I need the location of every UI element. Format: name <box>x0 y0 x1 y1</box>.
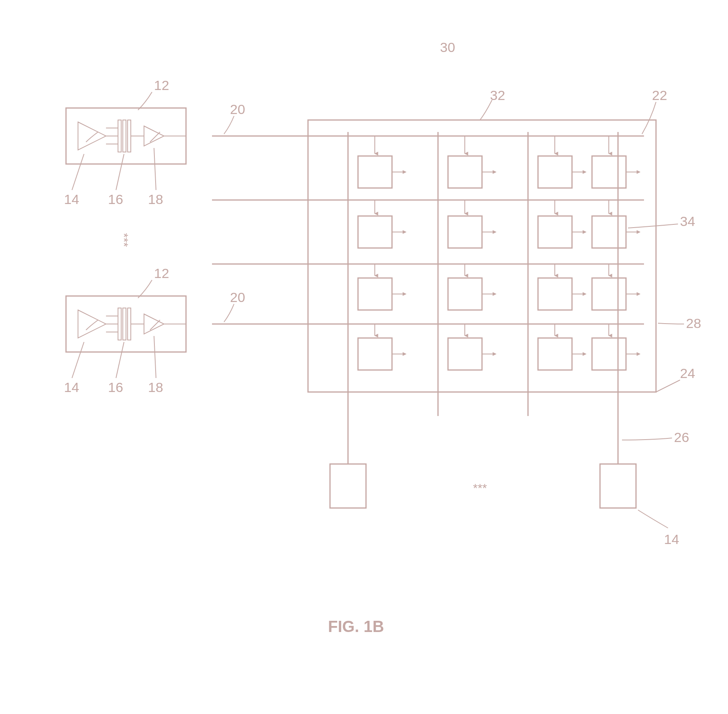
input-module <box>66 108 186 164</box>
svg-line-78 <box>72 154 84 190</box>
label-20: 20 <box>230 290 245 305</box>
svg-text:***: *** <box>473 481 487 494</box>
label-14: 14 <box>64 380 79 395</box>
svg-rect-67 <box>123 308 126 340</box>
label-30: 30 <box>440 40 455 55</box>
grid-cell <box>448 264 496 310</box>
input-module <box>66 296 186 352</box>
label-20: 20 <box>230 102 245 117</box>
label-12: 12 <box>154 78 169 93</box>
label-14: 14 <box>64 192 79 207</box>
svg-rect-38 <box>538 278 572 310</box>
svg-line-80 <box>154 148 156 190</box>
svg-rect-58 <box>123 120 126 152</box>
svg-line-83 <box>154 336 156 378</box>
grid-cell <box>358 264 406 310</box>
grid-cell <box>358 200 406 248</box>
svg-rect-17 <box>592 156 626 188</box>
grid-cell <box>538 264 586 310</box>
grid-cell <box>538 136 586 188</box>
output-block <box>600 464 636 508</box>
label-26: 26 <box>674 430 689 445</box>
svg-rect-68 <box>128 308 131 340</box>
svg-rect-59 <box>128 120 131 152</box>
label-16: 16 <box>108 192 123 207</box>
label-34: 34 <box>680 214 695 229</box>
grid-cell <box>538 324 586 370</box>
svg-line-81 <box>72 342 84 378</box>
svg-rect-41 <box>592 278 626 310</box>
svg-text:***: *** <box>118 233 131 247</box>
label-18: 18 <box>148 192 163 207</box>
svg-line-82 <box>116 342 124 378</box>
figure-caption: FIG. 1B <box>328 618 384 635</box>
label-32: 32 <box>490 88 505 103</box>
svg-rect-8 <box>358 156 392 188</box>
svg-rect-66 <box>118 308 121 340</box>
grid-cell <box>592 200 640 248</box>
svg-rect-32 <box>358 278 392 310</box>
svg-rect-44 <box>358 338 392 370</box>
diagram-figure: *** *** 30 12 12 20 20 14 16 18 14 16 18… <box>0 0 728 714</box>
svg-rect-35 <box>448 278 482 310</box>
label-14: 14 <box>664 532 679 547</box>
label-16: 16 <box>108 380 123 395</box>
svg-rect-26 <box>538 216 572 248</box>
svg-rect-57 <box>118 120 121 152</box>
svg-line-79 <box>116 154 124 190</box>
grid-cell <box>592 324 640 370</box>
grid-cell <box>592 136 640 188</box>
label-28: 28 <box>686 316 701 331</box>
grid-cell <box>592 264 640 310</box>
svg-rect-11 <box>448 156 482 188</box>
grid-cell <box>358 324 406 370</box>
grid-cell <box>538 200 586 248</box>
label-12: 12 <box>154 266 169 281</box>
grid-cell <box>448 324 496 370</box>
svg-rect-53 <box>592 338 626 370</box>
grid-cell <box>448 136 496 188</box>
svg-rect-23 <box>448 216 482 248</box>
grid-cell <box>448 200 496 248</box>
label-18: 18 <box>148 380 163 395</box>
svg-rect-50 <box>538 338 572 370</box>
svg-rect-29 <box>592 216 626 248</box>
grid-cell <box>358 136 406 188</box>
output-block <box>330 464 366 508</box>
svg-rect-47 <box>448 338 482 370</box>
svg-rect-14 <box>538 156 572 188</box>
label-24: 24 <box>680 366 695 381</box>
svg-rect-20 <box>358 216 392 248</box>
label-22: 22 <box>652 88 667 103</box>
